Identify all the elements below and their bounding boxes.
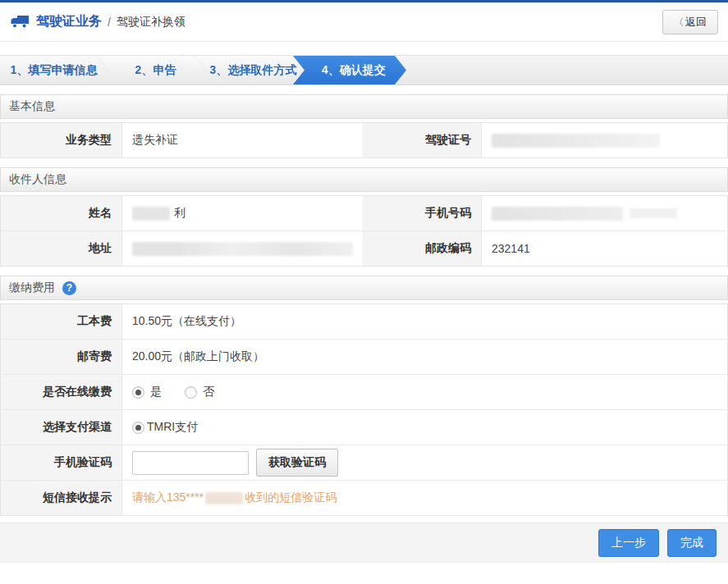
table-row: 选择支付渠道 TMRI支付: [1, 410, 727, 445]
address-value: [122, 231, 364, 267]
radio-option-label: TMRI支付: [147, 420, 198, 435]
step-2-declare[interactable]: 2、申告: [98, 56, 205, 84]
step-4-confirm-submit[interactable]: 4、确认提交: [293, 56, 406, 84]
radio-unselected-icon: [185, 386, 197, 399]
radio-option-label: 是: [150, 385, 162, 399]
table-row: 地址 邮政编码 232141: [1, 231, 727, 267]
breadcrumb-current: 驾驶证补换领: [117, 15, 185, 30]
section-title: 缴纳费用: [9, 281, 55, 295]
business-type-label: 业务类型: [1, 123, 122, 158]
finish-button[interactable]: 完成: [667, 529, 717, 557]
back-button[interactable]: 〈返回: [662, 10, 718, 34]
table-row: 邮寄费 20.00元（邮政上门收取）: [1, 340, 727, 375]
table-row: 是否在线缴费 是 否: [1, 375, 727, 410]
pay-channel-label: 选择支付渠道: [1, 410, 122, 445]
help-question-icon[interactable]: ?: [62, 281, 76, 295]
postcode-label: 邮政编码: [364, 231, 482, 267]
sms-code-label: 手机验证码: [1, 445, 122, 481]
radio-option-no[interactable]: 否: [185, 385, 214, 399]
sms-hint-prefix: 请输入135****: [132, 490, 204, 505]
address-label: 地址: [1, 231, 122, 267]
radio-selected-icon: [132, 422, 144, 434]
table-row: 工本费 10.50元（在线支付）: [1, 304, 727, 340]
radio-selected-icon: [132, 386, 144, 399]
radio-option-label: 否: [203, 385, 214, 399]
sms-hint-label: 短信接收提示: [1, 481, 122, 516]
phone-value: [482, 196, 727, 231]
name-label: 姓名: [1, 196, 122, 231]
section-header-recipient-info: 收件人信息: [0, 167, 728, 192]
page-title: 驾驶证业务: [36, 13, 102, 30]
footer-action-bar: 上一步 完成: [0, 522, 728, 563]
redacted-license-number: [492, 134, 660, 148]
fee-post-value: 20.00元（邮政上门收取）: [122, 340, 727, 375]
step-wizard: 1、填写申请信息 2、申告 3、选择取件方式 4、确认提交: [0, 55, 728, 85]
online-pay-radio-group: 是 否: [132, 385, 214, 399]
section-basic-info: 基本信息 业务类型 遗失补证 驾驶证号: [0, 94, 728, 158]
truck-icon: [10, 15, 30, 29]
section-recipient-info: 收件人信息 姓名 利 手机号码 地址 邮政编码 232141: [0, 167, 728, 267]
redacted-phone-tail: [630, 208, 677, 218]
license-no-value: [482, 123, 727, 158]
breadcrumb-separator: /: [108, 16, 111, 29]
step-label: 1、填写申请信息: [11, 63, 98, 78]
redacted-name: [132, 207, 170, 221]
section-header-basic-info: 基本信息: [0, 94, 728, 119]
step-label: 4、确认提交: [322, 63, 386, 78]
table-row: 短信接收提示 请输入135****收到的短信验证码: [1, 481, 727, 516]
business-type-value: 遗失补证: [122, 123, 364, 158]
fee-post-label: 邮寄费: [1, 340, 122, 375]
back-button-label: 返回: [685, 16, 707, 28]
table-row: 姓名 利 手机号码: [1, 196, 727, 231]
previous-step-button[interactable]: 上一步: [598, 529, 659, 557]
name-value: 利: [122, 196, 364, 231]
section-title: 收件人信息: [9, 172, 66, 187]
phone-label: 手机号码: [364, 196, 482, 231]
step-label: 2、申告: [135, 63, 176, 78]
online-pay-label: 是否在线缴费: [1, 375, 122, 410]
section-payment-fees: 缴纳费用 ? 工本费 10.50元（在线支付） 邮寄费 20.00元（邮政上门收…: [0, 276, 728, 516]
step-1-fill-application[interactable]: 1、填写申请信息: [0, 56, 108, 84]
redacted-address: [132, 242, 353, 256]
sms-code-input[interactable]: [132, 451, 249, 475]
step-3-pickup-method[interactable]: 3、选择取件方式: [195, 56, 303, 84]
redacted-phone-digits: [205, 492, 243, 504]
sms-hint-suffix: 收到的短信验证码: [245, 490, 337, 505]
fee-cost-value: 10.50元（在线支付）: [122, 304, 727, 340]
radio-option-tmri-pay[interactable]: TMRI支付: [132, 420, 198, 435]
page-header: 驾驶证业务 / 驾驶证补换领 〈返回: [0, 2, 728, 42]
radio-option-yes[interactable]: 是: [132, 385, 162, 399]
sms-hint-text: 请输入135****收到的短信验证码: [132, 490, 337, 505]
name-visible-suffix: 利: [174, 206, 185, 221]
redacted-phone: [492, 207, 623, 221]
fee-cost-label: 工本费: [1, 304, 122, 340]
section-title: 基本信息: [9, 99, 55, 114]
license-no-label: 驾驶证号: [364, 123, 482, 158]
section-header-payment-fees: 缴纳费用 ?: [0, 276, 728, 300]
chevron-left-icon: 〈: [674, 16, 684, 28]
table-row: 手机验证码 获取验证码: [1, 445, 727, 481]
step-label: 3、选择取件方式: [210, 63, 297, 78]
postcode-value: 232141: [482, 231, 727, 267]
get-code-button[interactable]: 获取验证码: [256, 449, 338, 477]
table-row: 业务类型 遗失补证 驾驶证号: [1, 123, 727, 158]
